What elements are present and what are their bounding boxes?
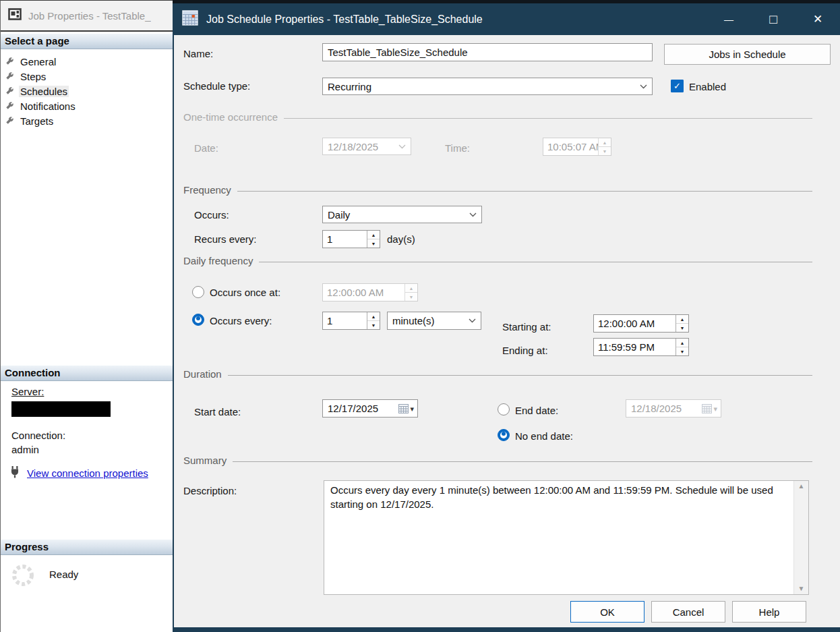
help-button[interactable]: Help [732, 601, 806, 623]
group-divider [233, 461, 812, 462]
sidebar-item-label: Targets [19, 115, 55, 127]
group-divider [228, 375, 812, 376]
schedule-type-select[interactable]: Recurring [322, 78, 653, 95]
connection-value: admin [11, 443, 39, 457]
starting-at-spinner[interactable]: 12:00:00 AM ▲ ▼ [593, 314, 689, 333]
chevron-down-icon [469, 212, 477, 217]
sidebar-item-notifications[interactable]: Notifications [5, 99, 77, 113]
occurs-every-unit-select[interactable]: minute(s) [387, 312, 481, 330]
spin-up-icon[interactable]: ▲ [676, 315, 688, 324]
cancel-button[interactable]: Cancel [651, 601, 725, 623]
occurs-every-radio[interactable] [192, 314, 204, 326]
group-divider [284, 118, 812, 119]
view-connection-properties-row: View connection properties [9, 465, 148, 481]
spinner-buttons[interactable]: ▲ ▼ [676, 315, 688, 332]
occurs-every-value-spinner[interactable]: 1 ▲ ▼ [322, 312, 380, 330]
close-button[interactable]: ✕ [796, 3, 840, 35]
sidebar-item-steps[interactable]: Steps [5, 69, 47, 84]
one-time-time-value: 10:05:07 AM [543, 141, 598, 152]
chevron-down-icon [640, 84, 647, 89]
time-label: Time: [445, 142, 470, 155]
frequency-header: Frequency [183, 184, 231, 196]
spin-up-icon: ▲ [599, 138, 611, 147]
calendar-icon: ▾ [398, 404, 414, 413]
occurs-every-value: 1 [323, 315, 367, 326]
minimize-button[interactable]: — [707, 3, 751, 35]
occurs-every-label: Occurs every: [210, 314, 272, 328]
chevron-down-icon [398, 144, 406, 149]
description-scrollbar[interactable]: ▲ ▼ [793, 481, 808, 594]
spinner-buttons[interactable]: ▲ ▼ [676, 339, 688, 355]
end-date-value: 12/18/2025 [631, 403, 682, 414]
sidebar-item-schedules[interactable]: Schedules [5, 84, 69, 98]
dialog-title: Job Schedule Properties - TestTable_Tabl… [206, 13, 483, 26]
wrench-icon [5, 86, 14, 97]
recurs-unit-label: day(s) [387, 233, 415, 246]
name-label: Name: [183, 47, 213, 61]
spin-up-icon: ▲ [405, 284, 417, 293]
ending-at-spinner[interactable]: 11:59:59 PM ▲ ▼ [593, 338, 689, 356]
duration-group: Duration [183, 368, 812, 380]
scroll-up-icon[interactable]: ▲ [798, 483, 805, 490]
scroll-down-icon[interactable]: ▼ [798, 585, 805, 592]
spinner-buttons[interactable]: ▲ ▼ [367, 312, 380, 329]
one-time-date-select: 12/18/2025 [322, 138, 411, 155]
recurs-every-spinner[interactable]: 1 ▲ ▼ [322, 230, 380, 248]
duration-header: Duration [183, 368, 222, 380]
dialog-titlebar: Job Schedule Properties - TestTable_Tabl… [173, 3, 840, 35]
radio-ring [195, 316, 202, 323]
occurs-select[interactable]: Daily [322, 206, 482, 223]
spinner-buttons[interactable]: ▲ ▼ [367, 231, 380, 248]
summary-header: Summary [183, 455, 227, 466]
screen: Job Properties - TestTable_ Select a pag… [0, 0, 840, 632]
spin-down-icon: ▼ [599, 147, 611, 155]
sidebar-item-label: Notifications [19, 100, 77, 112]
jobs-in-schedule-button[interactable]: Jobs in Schedule [664, 44, 831, 65]
date-drop-icon: ▾ [410, 405, 414, 412]
view-connection-properties-link[interactable]: View connection properties [27, 467, 148, 479]
sidebar-item-label: Steps [19, 71, 47, 82]
connection-header: Connection [1, 366, 173, 381]
enabled-checkbox[interactable]: ✓ [671, 80, 684, 92]
spin-up-icon[interactable]: ▲ [676, 339, 688, 347]
no-end-date-radio[interactable] [498, 429, 510, 441]
name-input[interactable]: TestTable_TableSize_Schedule [322, 43, 653, 61]
ok-button[interactable]: OK [570, 601, 644, 623]
spin-down-icon[interactable]: ▼ [676, 324, 688, 332]
progress-spinner-icon [11, 563, 35, 590]
radio-dot [502, 432, 506, 436]
select-a-page-panel: Select a page General Steps Schedules No… [1, 30, 173, 632]
calendar-icon: ▾ [702, 404, 717, 413]
summary-group: Summary [183, 455, 812, 466]
date-label: Date: [194, 142, 218, 155]
occurs-once-at-radio[interactable] [192, 286, 204, 298]
spin-up-icon[interactable]: ▲ [367, 312, 380, 321]
wrench-icon [5, 100, 14, 112]
spinner-buttons: ▲ ▼ [404, 284, 417, 301]
progress-header: Progress [1, 540, 173, 555]
start-date-picker[interactable]: 12/17/2025 ▾ [322, 399, 418, 418]
description-textarea[interactable]: Occurs every day every 1 minute(s) betwe… [324, 480, 809, 595]
spin-down-icon[interactable]: ▼ [367, 239, 380, 248]
ending-at-label: Ending at: [502, 344, 548, 357]
maximize-button[interactable]: □ [751, 3, 796, 35]
occurs-label: Occurs: [194, 208, 229, 222]
spin-down-icon[interactable]: ▼ [676, 347, 688, 355]
window-controls: — □ ✕ [707, 3, 840, 35]
occurs-every-unit-value: minute(s) [392, 315, 435, 326]
one-time-occurrence-group: One-time occurrence [183, 111, 812, 123]
end-date-radio[interactable] [498, 403, 510, 415]
date-drop-icon: ▾ [713, 405, 717, 412]
progress-status: Ready [49, 568, 78, 581]
sidebar-item-general[interactable]: General [5, 55, 57, 69]
spin-down-icon[interactable]: ▼ [367, 321, 380, 329]
occurs-once-time-spinner: 12:00:00 AM ▲ ▼ [322, 283, 418, 301]
sidebar-item-targets[interactable]: Targets [5, 114, 55, 128]
start-date-label: Start date: [194, 405, 241, 419]
recurs-every-value: 1 [323, 233, 367, 245]
frequency-group: Frequency [183, 184, 812, 196]
recurs-every-label: Recurs every: [194, 233, 257, 246]
spin-up-icon[interactable]: ▲ [367, 231, 380, 239]
occurs-once-at-label: Occurs once at: [210, 286, 280, 299]
group-divider [259, 262, 812, 262]
